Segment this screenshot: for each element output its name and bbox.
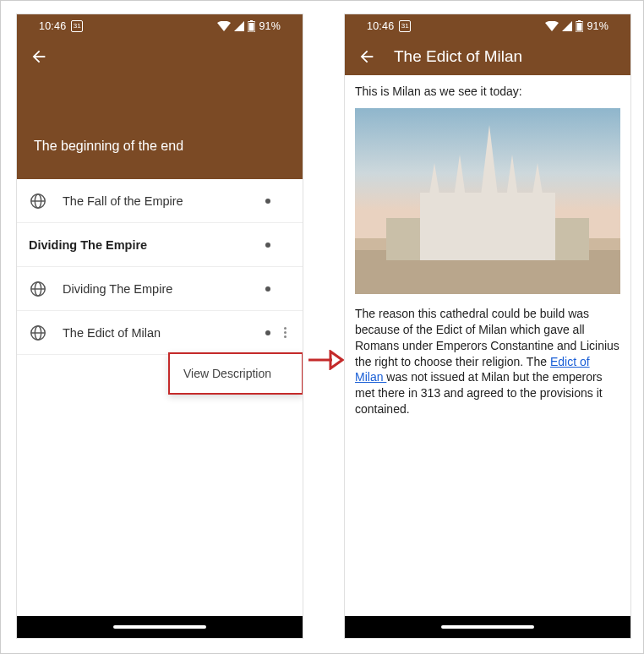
status-dot-icon [265, 199, 270, 204]
globe-icon [29, 324, 47, 342]
android-nav-bar [345, 616, 630, 638]
list-item[interactable]: Dividing The Empire [17, 267, 303, 311]
cell-signal-icon [562, 21, 572, 31]
intro-text: This is Milan as we see it today: [355, 84, 620, 100]
back-button[interactable] [357, 46, 377, 67]
body-text-post: was not issued at Milan but the emperors… [355, 370, 603, 416]
list-heading: Dividing The Empire [17, 223, 303, 267]
phone-right: 10:46 31 91% The Edict of Milan [344, 14, 631, 639]
calendar-icon: 31 [399, 20, 411, 32]
svg-rect-1 [249, 23, 254, 31]
wifi-icon [217, 21, 231, 31]
status-bar: 10:46 31 91% [29, 14, 291, 38]
status-time: 10:46 [367, 20, 394, 32]
svg-rect-15 [578, 20, 581, 22]
body-paragraph: The reason this cathedral could be build… [355, 306, 620, 417]
list-item[interactable]: The Edict of Milan [17, 311, 303, 355]
battery-icon [248, 20, 255, 32]
popup-label: View Description [183, 367, 271, 380]
home-handle[interactable] [113, 625, 206, 629]
header-section: 10:46 31 91% The beginning of the en [17, 14, 303, 179]
list-item[interactable]: The Fall of the Empire [17, 179, 303, 223]
app-bar [29, 38, 291, 75]
wifi-icon [545, 21, 559, 31]
calendar-icon: 31 [71, 20, 83, 32]
status-time: 10:46 [39, 20, 66, 32]
svg-rect-14 [577, 23, 582, 31]
list-item-label: The Fall of the Empire [63, 194, 265, 208]
header-section: 10:46 31 91% The Edict of Milan [345, 14, 630, 75]
description-content: This is Milan as we see it today: The re… [345, 75, 630, 426]
list-item-label: The Edict of Milan [63, 326, 265, 340]
page-title: The Edict of Milan [394, 47, 522, 66]
back-button[interactable] [29, 46, 49, 67]
svg-rect-2 [250, 20, 253, 22]
battery-percent: 91% [259, 20, 281, 32]
list-item-label: Dividing The Empire [63, 282, 265, 296]
status-dot-icon [265, 330, 270, 335]
more-options-button[interactable] [279, 327, 291, 338]
status-dot-icon [265, 286, 270, 292]
status-bar: 10:46 31 91% [357, 14, 619, 38]
globe-icon [29, 192, 47, 210]
cell-signal-icon [234, 21, 244, 31]
section-title: The beginning of the end [29, 139, 291, 154]
list-heading-label: Dividing The Empire [29, 238, 265, 252]
battery-icon [576, 20, 583, 32]
status-dot-icon [265, 243, 270, 248]
home-handle[interactable] [441, 625, 534, 629]
battery-percent: 91% [587, 20, 609, 32]
app-bar: The Edict of Milan [357, 38, 619, 75]
phone-left: 10:46 31 91% The beginning of the en [16, 14, 303, 639]
status-icons: 91% [545, 20, 609, 32]
globe-icon [29, 280, 47, 298]
content-image [355, 108, 620, 294]
view-description-menu-item[interactable]: View Description [168, 352, 303, 395]
android-nav-bar [17, 616, 303, 638]
content-list: The Fall of the Empire Dividing The Empi… [17, 179, 303, 355]
flow-arrow-icon [307, 350, 344, 370]
status-icons: 91% [217, 20, 281, 32]
